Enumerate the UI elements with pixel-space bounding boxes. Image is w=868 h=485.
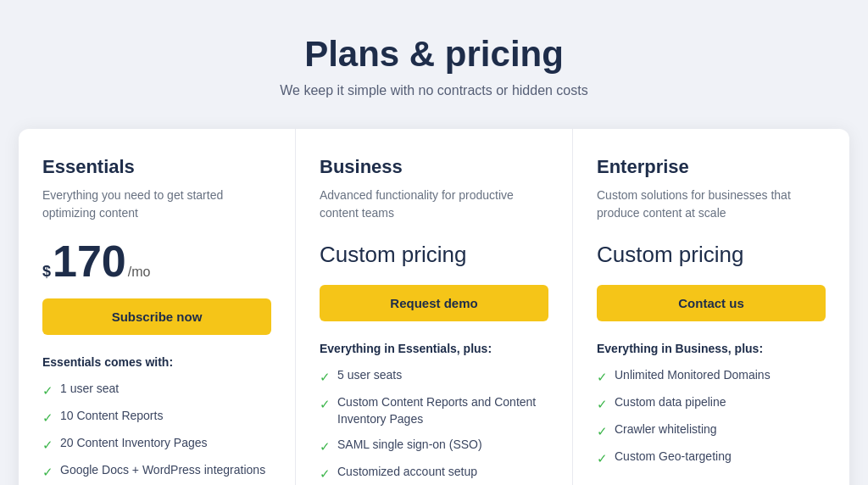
- check-icon: ✓: [42, 409, 53, 426]
- check-icon: ✓: [597, 449, 608, 467]
- feature-text: 5 user seats: [337, 367, 402, 384]
- list-item: ✓Crawler whitelisting: [597, 421, 826, 440]
- check-icon: ✓: [320, 438, 331, 455]
- page-header: Plans & pricing We keep it simple with n…: [280, 34, 587, 98]
- features-list-enterprise: ✓Unlimited Monitored Domains✓Custom data…: [597, 367, 826, 467]
- plan-description-enterprise: Custom solutions for businesses that pro…: [597, 187, 826, 222]
- feature-text: Custom Content Reports and Content Inven…: [337, 394, 548, 427]
- cta-button-business[interactable]: Request demo: [320, 285, 548, 321]
- features-heading-essentials: Essentials comes with:: [42, 355, 271, 369]
- price-amount: 170: [53, 239, 126, 283]
- list-item: ✓Custom Geo-targeting: [597, 449, 826, 467]
- plan-card-business: BusinessAdvanced functionality for produ…: [296, 129, 573, 485]
- check-icon: ✓: [597, 422, 608, 440]
- features-heading-enterprise: Everything in Business, plus:: [597, 342, 826, 355]
- list-item: ✓Custom Content Reports and Content Inve…: [320, 394, 548, 427]
- cta-button-essentials[interactable]: Subscribe now: [42, 298, 271, 335]
- cta-button-enterprise[interactable]: Contact us: [597, 285, 826, 321]
- price-dollar: $: [42, 264, 51, 279]
- feature-text: 1 user seat: [60, 381, 119, 398]
- feature-text: Customized account setup: [337, 464, 477, 481]
- list-item: ✓SAML single sign-on (SSO): [320, 437, 548, 455]
- price-period: /mo: [128, 265, 151, 280]
- plan-description-essentials: Everything you need to get started optim…: [42, 187, 271, 222]
- feature-text: Unlimited Monitored Domains: [615, 367, 771, 384]
- feature-text: Custom data pipeline: [615, 394, 726, 411]
- check-icon: ✓: [320, 465, 331, 482]
- plan-name-essentials: Essentials: [42, 156, 271, 178]
- feature-text: SAML single sign-on (SSO): [337, 437, 482, 454]
- feature-text: 10 Content Reports: [60, 408, 163, 425]
- feature-text: Google Docs + WordPress integrations: [60, 462, 265, 479]
- page-title: Plans & pricing: [280, 34, 587, 75]
- list-item: ✓Google Docs + WordPress integrations: [42, 462, 271, 481]
- features-list-essentials: ✓1 user seat✓10 Content Reports✓20 Conte…: [42, 381, 271, 485]
- plan-price-essentials: $170/mo: [42, 239, 271, 283]
- list-item: ✓Unlimited Monitored Domains: [597, 367, 826, 386]
- plan-name-business: Business: [320, 156, 548, 178]
- feature-text: Custom Geo-targeting: [615, 449, 732, 465]
- check-icon: ✓: [42, 382, 53, 399]
- check-icon: ✓: [42, 436, 53, 454]
- feature-text: 20 Content Inventory Pages: [60, 435, 208, 452]
- features-heading-business: Everything in Essentials, plus:: [320, 342, 548, 355]
- list-item: ✓10 Content Reports: [42, 408, 271, 426]
- list-item: ✓1 user seat: [42, 381, 271, 399]
- list-item: ✓20 Content Inventory Pages: [42, 435, 271, 454]
- check-icon: ✓: [597, 395, 608, 413]
- list-item: ✓Custom data pipeline: [597, 394, 826, 413]
- plan-price-custom-business: Custom pricing: [320, 239, 548, 270]
- plan-card-enterprise: EnterpriseCustom solutions for businesse…: [573, 129, 849, 485]
- list-item: ✓Customized account setup: [320, 464, 548, 482]
- features-list-business: ✓5 user seats✓Custom Content Reports and…: [320, 367, 548, 482]
- plan-price-custom-enterprise: Custom pricing: [597, 239, 826, 270]
- list-item: ✓5 user seats: [320, 367, 548, 386]
- plan-card-essentials: EssentialsEverything you need to get sta…: [19, 129, 296, 485]
- check-icon: ✓: [320, 368, 331, 386]
- plan-description-business: Advanced functionality for productive co…: [320, 187, 548, 222]
- plan-name-enterprise: Enterprise: [597, 156, 826, 178]
- check-icon: ✓: [597, 368, 608, 386]
- plans-container: EssentialsEverything you need to get sta…: [19, 129, 849, 485]
- check-icon: ✓: [320, 395, 331, 413]
- feature-text: Crawler whitelisting: [615, 421, 717, 438]
- page-subtitle: We keep it simple with no contracts or h…: [280, 83, 587, 98]
- check-icon: ✓: [42, 463, 53, 481]
